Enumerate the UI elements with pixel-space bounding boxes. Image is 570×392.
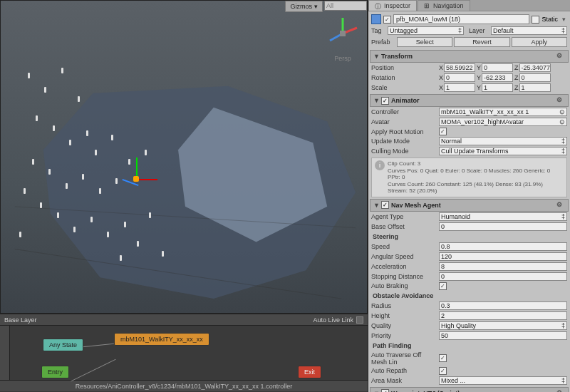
scene-view[interactable]: Gizmos▾ Persp [0, 0, 368, 314]
agent-type-label: Agent Type [371, 213, 437, 220]
apply-root-checkbox[interactable] [439, 128, 447, 135]
animator-header[interactable]: ▼Animator⚙ [370, 94, 569, 107]
apply-root-label: Apply Root Motion [371, 128, 437, 135]
auto-repath-checkbox[interactable] [439, 367, 447, 375]
gear-icon[interactable]: ⚙ [556, 52, 565, 61]
update-mode-label: Update Mode [371, 138, 437, 145]
position-x-field[interactable]: 58.59922 [444, 63, 475, 72]
agent-type-dropdown[interactable]: Humanoid‡ [439, 212, 567, 221]
active-checkbox[interactable] [383, 16, 391, 24]
gizmos-dropdown[interactable]: Gizmos▾ [285, 1, 323, 12]
navmesh-header[interactable]: ▼Nav Mesh Agent⚙ [370, 199, 569, 212]
exit-node[interactable]: Exit [298, 366, 321, 378]
entry-node[interactable]: Entry [41, 366, 69, 378]
object-name-field[interactable]: pfb_MOMA_lowM (18) [393, 14, 529, 24]
priority-label: Priority [371, 332, 437, 339]
prefab-revert-button[interactable]: Revert [454, 37, 509, 47]
info-icon: i [375, 160, 385, 170]
auto-braking-checkbox[interactable] [439, 282, 447, 290]
speed-field[interactable]: 0.8 [439, 242, 567, 251]
acceleration-field[interactable]: 8 [439, 262, 567, 271]
gear-icon[interactable]: ⚙ [556, 201, 565, 210]
acceleration-label: Acceleration [371, 263, 437, 270]
height-field[interactable]: 2 [439, 311, 567, 320]
radius-label: Radius [371, 302, 437, 309]
animator-panel: Base Layer Auto Live Link Any State mbM1… [0, 314, 368, 392]
rotation-label: Rotation [371, 74, 437, 81]
area-mask-label: Area Mask [371, 377, 437, 384]
any-state-node[interactable]: Any State [43, 339, 83, 351]
waypoint-header[interactable]: ▼Waypoint_UTJ (Script)⚙ [370, 387, 569, 392]
center-handle[interactable] [133, 176, 139, 182]
animator-info-box: iClip Count: 3 Curves Pos: 0 Quat: 0 Eul… [371, 158, 567, 197]
prefab-select-button[interactable]: Select [397, 37, 452, 47]
auto-repath-label: Auto Repath [371, 367, 437, 374]
avatar-label: Avatar [371, 118, 437, 125]
svg-rect-3 [340, 31, 346, 36]
scale-label: Scale [371, 84, 437, 91]
culling-mode-dropdown[interactable]: Cull Update Transforms‡ [439, 147, 567, 155]
position-z-field[interactable]: -25.34077 [519, 63, 551, 72]
transform-header[interactable]: ▼Transform⚙ [370, 50, 569, 63]
rotation-z-field[interactable]: 0 [519, 73, 551, 82]
gear-icon[interactable]: ⚙ [556, 389, 565, 392]
stopping-distance-field[interactable]: 0 [439, 272, 567, 281]
inspector-icon: ⓘ [375, 2, 382, 9]
culling-mode-label: Culling Mode [371, 148, 437, 155]
scale-x-field[interactable]: 1 [444, 83, 475, 92]
perspective-label[interactable]: Persp [323, 55, 363, 62]
waypoint-enabled-checkbox[interactable] [381, 389, 389, 392]
animator-graph[interactable]: Any State mbM101_WalkITY_xx_xx_xx Entry … [0, 326, 368, 380]
auto-live-link-label: Auto Live Link [313, 316, 353, 324]
static-label: Static [542, 16, 558, 23]
angular-speed-label: Angular Speed [371, 253, 437, 260]
quality-label: Quality [371, 322, 437, 329]
orientation-gizmo[interactable]: Persp [323, 14, 363, 63]
auto-live-link-checkbox[interactable] [356, 316, 363, 324]
prefab-label: Prefab [371, 37, 395, 47]
layer-dropdown[interactable]: Default‡ [491, 26, 567, 35]
rotation-x-field[interactable]: 0 [444, 73, 475, 82]
radius-field[interactable]: 0.3 [439, 301, 567, 310]
scene-toolbar: Gizmos▾ [285, 1, 367, 12]
position-label: Position [371, 64, 437, 71]
angular-speed-field[interactable]: 120 [439, 252, 567, 261]
static-dropdown[interactable]: ▾ [560, 16, 567, 23]
avatar-field[interactable]: MOMA_ver102_highMAvatar⊙ [439, 118, 567, 126]
controller-label: Controller [371, 108, 437, 115]
x-axis-handle[interactable] [136, 179, 157, 180]
crowd-agents [15, 43, 224, 284]
navmesh-enabled-checkbox[interactable] [381, 201, 389, 209]
tab-navigation[interactable]: ⊞Navigation [418, 0, 470, 11]
position-y-field[interactable]: 0 [482, 63, 513, 72]
layer-label: Layer [469, 27, 489, 34]
base-offset-label: Base Offset [371, 223, 437, 230]
static-checkbox[interactable] [532, 16, 539, 24]
tab-inspector[interactable]: ⓘInspector [368, 0, 417, 11]
auto-traverse-checkbox[interactable] [439, 354, 447, 362]
tag-dropdown[interactable]: Untagged‡ [388, 26, 464, 35]
steering-label: Steering [370, 232, 569, 242]
prefab-apply-button[interactable]: Apply [512, 37, 567, 47]
priority-field[interactable]: 50 [439, 331, 567, 340]
height-label: Height [371, 312, 437, 319]
controller-field[interactable]: mbM101_WalkITY_xx_xx_xx 1⊙ [439, 108, 567, 116]
base-offset-field[interactable]: 0 [439, 222, 567, 231]
area-mask-dropdown[interactable]: Mixed ...‡ [439, 376, 567, 385]
gear-icon[interactable]: ⚙ [556, 96, 565, 105]
speed-label: Speed [371, 243, 437, 250]
walk-state-node[interactable]: mbM101_WalkITY_xx_xx_xx [114, 333, 209, 346]
stopping-distance-label: Stopping Distance [371, 273, 437, 280]
animator-enabled-checkbox[interactable] [381, 97, 389, 105]
base-layer-label[interactable]: Base Layer [4, 316, 37, 324]
navigation-icon: ⊞ [424, 2, 431, 9]
scene-search-input[interactable] [324, 1, 367, 11]
rotation-y-field[interactable]: -62.233 [482, 73, 513, 82]
quality-dropdown[interactable]: High Quality‡ [439, 321, 567, 330]
animator-path: Resources/AniController_v8/c1234/mbM101_… [0, 380, 368, 391]
auto-braking-label: Auto Braking [371, 282, 437, 289]
scale-y-field[interactable]: 1 [482, 83, 513, 92]
scale-z-field[interactable]: 1 [519, 83, 551, 92]
update-mode-dropdown[interactable]: Normal‡ [439, 137, 567, 145]
prefab-icon [371, 14, 381, 24]
